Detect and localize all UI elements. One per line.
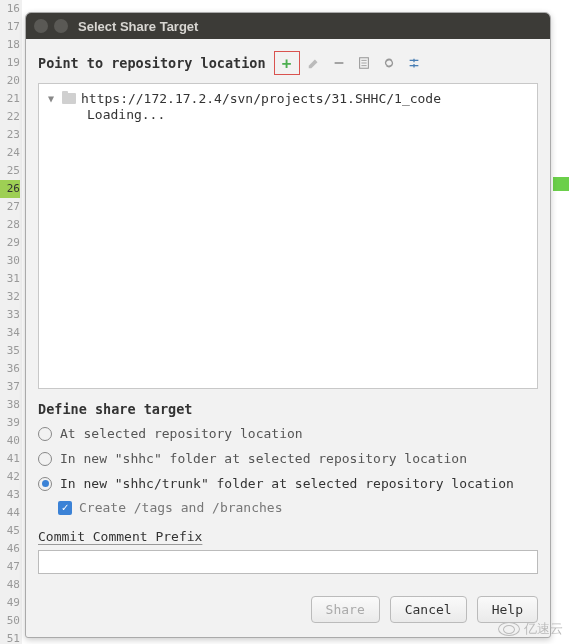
close-icon[interactable] — [34, 19, 48, 33]
remove-icon[interactable] — [328, 52, 350, 74]
create-tags-branches-checkbox[interactable]: ✓ Create /tags and /branches — [26, 496, 550, 519]
chevron-down-icon[interactable]: ▼ — [45, 93, 57, 104]
dialog-buttons: Share Cancel Help — [26, 574, 550, 637]
tree-row[interactable]: ▼ https://172.17.2.4/svn/projects/31.SHH… — [43, 90, 533, 107]
help-button[interactable]: Help — [477, 596, 538, 623]
share-button[interactable]: Share — [311, 596, 380, 623]
radio-icon[interactable] — [38, 452, 52, 466]
dialog-titlebar: Select Share Target — [26, 13, 550, 39]
option-label: In new "shhc/trunk" folder at selected r… — [60, 476, 514, 491]
commit-comment-prefix-input[interactable] — [38, 550, 538, 574]
line-number-gutter: 1617181920212223242526272829303132333435… — [0, 0, 22, 644]
dialog-title: Select Share Target — [78, 19, 198, 34]
paste-icon[interactable] — [353, 52, 375, 74]
refresh-icon[interactable] — [378, 52, 400, 74]
add-repository-icon[interactable]: + — [274, 51, 300, 75]
radio-icon[interactable] — [38, 427, 52, 441]
checkbox-label: Create /tags and /branches — [79, 500, 283, 515]
repository-tree[interactable]: ▼ https://172.17.2.4/svn/projects/31.SHH… — [38, 83, 538, 389]
define-share-target-label: Define share target — [26, 389, 550, 421]
option-new-shhc-trunk-folder[interactable]: In new "shhc/trunk" folder at selected r… — [26, 471, 550, 496]
minimize-icon[interactable] — [54, 19, 68, 33]
watermark-icon — [498, 622, 520, 636]
checkbox-icon[interactable]: ✓ — [58, 501, 72, 515]
tree-loading-label: Loading... — [43, 107, 533, 122]
edit-icon[interactable] — [303, 52, 325, 74]
folder-icon — [62, 93, 76, 104]
select-share-target-dialog: Select Share Target Point to repository … — [25, 12, 551, 638]
option-label: In new "shhc" folder at selected reposit… — [60, 451, 467, 466]
svg-rect-0 — [334, 62, 343, 64]
collapse-icon[interactable] — [403, 52, 425, 74]
tree-url: https://172.17.2.4/svn/projects/31.SHHC/… — [81, 91, 441, 106]
option-label: At selected repository location — [60, 426, 303, 441]
repo-location-label: Point to repository location — [38, 55, 266, 71]
option-at-selected-location[interactable]: At selected repository location — [26, 421, 550, 446]
commit-comment-prefix-label: Commit Comment Prefix — [26, 519, 550, 546]
watermark: 亿速云 — [498, 620, 563, 638]
overview-ruler-marker — [553, 177, 569, 191]
radio-icon[interactable] — [38, 477, 52, 491]
repo-toolbar: Point to repository location + — [26, 39, 550, 83]
watermark-label: 亿速云 — [524, 620, 563, 638]
cancel-button[interactable]: Cancel — [390, 596, 467, 623]
option-new-shhc-folder[interactable]: In new "shhc" folder at selected reposit… — [26, 446, 550, 471]
